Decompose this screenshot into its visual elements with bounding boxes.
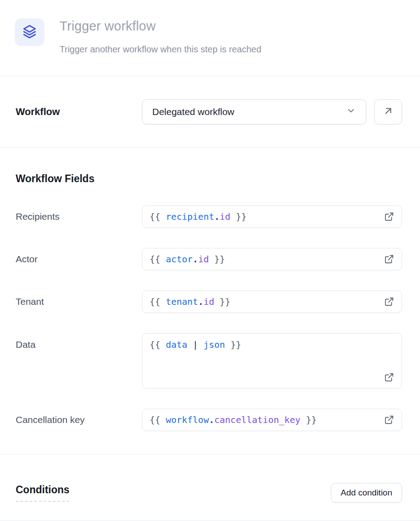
code-token-brace: }} (231, 211, 247, 222)
open-workflow-button[interactable] (374, 99, 402, 124)
workflow-field-row: Data {{ data | json }} (16, 333, 402, 389)
workflow-label: Workflow (16, 106, 142, 118)
code-token-brace: {{ (150, 414, 166, 425)
code-token-obj: workflow (166, 414, 209, 425)
chevron-down-icon (341, 106, 356, 118)
code-token-obj: actor (166, 254, 193, 265)
code-token-obj: recipient (166, 211, 214, 222)
workflow-field-row: Recipients {{ recipient.id }} (16, 205, 402, 228)
code-token-obj: json (203, 339, 225, 350)
arrow-up-right-icon (383, 106, 394, 118)
code-token-dot: . (209, 414, 214, 425)
code-token-brace: {{ (150, 339, 166, 350)
liquid-template-value: {{ tenant.id }} (150, 296, 231, 307)
liquid-template-value: {{ data | json }} (150, 339, 241, 350)
workflow-field-row: Tenant {{ tenant.id }} (16, 290, 402, 313)
code-token-brace: {{ (150, 254, 166, 265)
external-link-icon[interactable] (384, 254, 394, 265)
code-token-obj: data (166, 339, 187, 350)
external-link-icon[interactable] (384, 211, 394, 222)
code-token-brace: }} (300, 414, 317, 425)
external-link-icon[interactable] (384, 372, 394, 383)
external-link-icon[interactable] (384, 296, 394, 307)
code-token-prop: id (203, 296, 214, 307)
workflow-fields-heading: Workflow Fields (16, 173, 402, 185)
code-token-brace: }} (225, 339, 241, 350)
code-token-brace: }} (209, 254, 225, 265)
liquid-template-input[interactable]: {{ recipient.id }} (142, 205, 402, 228)
code-token-prop: cancellation_key (214, 414, 301, 425)
workflow-field-row: Cancellation key {{ workflow.cancellatio… (16, 409, 402, 431)
field-label: Tenant (16, 296, 142, 307)
step-icon-container (15, 18, 44, 46)
step-title[interactable]: Trigger workflow (60, 19, 261, 34)
add-condition-button[interactable]: Add condition (331, 483, 402, 503)
code-token-brace: {{ (150, 211, 166, 222)
code-token-prop: id (220, 211, 231, 222)
liquid-template-value: {{ workflow.cancellation_key }} (150, 414, 317, 425)
workflow-fields-section: Workflow Fields Recipients {{ recipient.… (0, 148, 420, 454)
code-token-pipe: | (193, 339, 198, 350)
field-label: Cancellation key (16, 414, 142, 425)
layers-icon (22, 24, 37, 40)
field-label: Recipients (16, 211, 142, 222)
workflow-select-row: Workflow Delegated workflow (0, 76, 420, 148)
field-label: Data (16, 333, 142, 350)
workflow-selected-value: Delegated workflow (152, 107, 234, 117)
code-token-dot: . (214, 211, 220, 222)
liquid-template-input[interactable]: {{ actor.id }} (142, 248, 402, 270)
conditions-heading: Conditions (16, 484, 69, 502)
step-header: Trigger workflow Trigger another workflo… (0, 0, 420, 76)
code-token-brace: {{ (150, 296, 166, 307)
liquid-template-value: {{ actor.id }} (150, 254, 225, 265)
external-link-icon[interactable] (384, 414, 394, 425)
liquid-template-input[interactable]: {{ data | json }} (142, 333, 402, 389)
liquid-template-input[interactable]: {{ tenant.id }} (142, 290, 402, 313)
code-token-obj: tenant (166, 296, 198, 307)
step-subtitle: Trigger another workflow when this step … (60, 44, 261, 55)
conditions-section: Conditions Add condition (0, 454, 420, 521)
code-token-prop: id (198, 254, 209, 265)
liquid-template-value: {{ recipient.id }} (150, 211, 247, 222)
liquid-template-input[interactable]: {{ workflow.cancellation_key }} (142, 409, 402, 431)
code-token-plain (187, 339, 193, 350)
field-label: Actor (16, 254, 142, 265)
code-token-plain (198, 339, 203, 350)
workflow-select[interactable]: Delegated workflow (142, 99, 366, 124)
code-token-dot: . (193, 254, 198, 265)
code-token-dot: . (198, 296, 203, 307)
workflow-field-row: Actor {{ actor.id }} (16, 248, 402, 270)
code-token-brace: }} (214, 296, 231, 307)
workflow-fields-list: Recipients {{ recipient.id }} Actor {{ a… (16, 205, 402, 431)
